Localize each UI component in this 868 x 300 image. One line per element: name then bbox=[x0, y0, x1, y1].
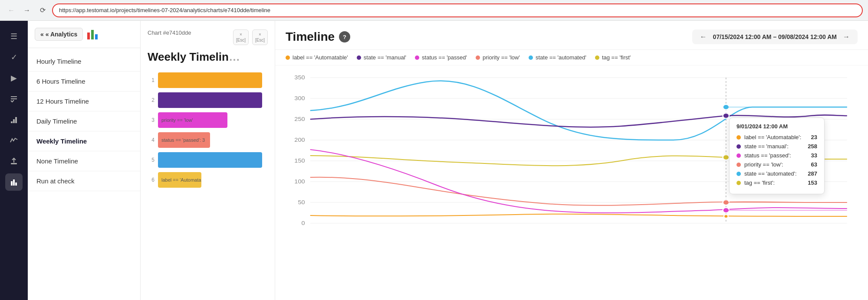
legend-item-automatable: label == 'Automatable' bbox=[286, 54, 348, 61]
sidebar-item-6hours-timeline[interactable]: 6 Hours Timeline bbox=[28, 72, 140, 91]
analytics-header: « « Analytics bbox=[28, 21, 140, 48]
date-next-button[interactable]: → bbox=[840, 32, 852, 42]
tooltip-label-manual: state == 'manual': bbox=[744, 143, 789, 150]
main-content: Timeline ? ← 07/15/2024 12:00 AM – 09/08… bbox=[275, 21, 868, 300]
chart-bar-4: status == 'passed': 3 bbox=[158, 132, 210, 148]
tooltip-row-passed: status == 'passed': 33 bbox=[736, 152, 817, 159]
check-icon[interactable]: ✓ bbox=[5, 49, 23, 66]
date-prev-button[interactable]: ← bbox=[697, 32, 710, 42]
svg-text:50: 50 bbox=[298, 199, 305, 205]
tooltip-dot-manual bbox=[736, 144, 741, 149]
chart-close-button-1[interactable]: × [Esc] bbox=[233, 29, 249, 45]
legend-label-manual: state == 'manual' bbox=[364, 54, 406, 61]
svg-point-31 bbox=[723, 155, 730, 160]
tooltip-val-passed: 33 bbox=[811, 152, 817, 159]
tooltip-label-low: priority == 'low': bbox=[744, 161, 783, 168]
svg-point-30 bbox=[723, 113, 730, 118]
legend-item-automated: state == 'automated' bbox=[529, 54, 586, 61]
legend-item-low: priority == 'low' bbox=[476, 54, 520, 61]
legend-label-first: tag == 'first' bbox=[602, 54, 631, 61]
tooltip-val-first: 153 bbox=[808, 179, 817, 186]
help-icon[interactable]: ? bbox=[339, 31, 350, 42]
sidebar-icons: ☰ ✓ ▶ bbox=[0, 21, 28, 300]
list-check-icon[interactable] bbox=[5, 90, 23, 108]
svg-text:200: 200 bbox=[294, 137, 305, 143]
legend-item-first: tag == 'first' bbox=[595, 54, 631, 61]
play-icon[interactable]: ▶ bbox=[5, 69, 23, 87]
chart-bar-row-1: 1 bbox=[148, 72, 268, 88]
back-arrow-icon: « bbox=[40, 31, 44, 38]
svg-rect-4 bbox=[15, 117, 17, 123]
svg-text:300: 300 bbox=[294, 95, 305, 101]
chart-bar-row-2: 2 bbox=[148, 92, 268, 108]
tooltip-val-automated: 287 bbox=[808, 170, 817, 177]
sidebar-item-daily-timeline[interactable]: Daily Timeline bbox=[28, 111, 140, 131]
chart-area: 350 300 250 200 150 100 50 0 bbox=[275, 65, 868, 300]
address-bar[interactable] bbox=[52, 3, 863, 17]
sidebar-item-hourly-timeline[interactable]: Hourly Timeline bbox=[28, 52, 140, 72]
close-x2-icon: × bbox=[259, 32, 261, 37]
app-container: ☰ ✓ ▶ bbox=[0, 21, 868, 300]
svg-text:250: 250 bbox=[294, 116, 305, 122]
hamburger-menu-icon[interactable]: ☰ bbox=[5, 28, 23, 45]
analytics-chart-icon bbox=[86, 28, 99, 40]
timeline-title: Timeline bbox=[286, 30, 335, 44]
tooltip-dot-automated bbox=[736, 172, 741, 176]
tooltip-label-automated: state == 'automated': bbox=[744, 170, 797, 177]
chart-panel-header: Chart #e7410dde × [Esc] × [Esc] bbox=[141, 21, 275, 50]
legend-label-automatable: label == 'Automatable' bbox=[293, 54, 348, 61]
chart-panel-big-title: Weekly Timelin… bbox=[141, 50, 275, 69]
legend-label-automated: state == 'automated' bbox=[536, 54, 586, 61]
chart-bar-6: label == 'Automatable': 2 bbox=[158, 172, 201, 188]
chart-close-button-2[interactable]: × [Esc] bbox=[252, 29, 268, 45]
chart-bar-3: priority == 'low' bbox=[158, 112, 227, 128]
date-range-text: 07/15/2024 12:00 AM – 09/08/2024 12:00 A… bbox=[713, 33, 837, 40]
chart-activity-icon[interactable] bbox=[5, 132, 23, 149]
sidebar-item-none-timeline[interactable]: None Timeline bbox=[28, 151, 140, 171]
back-button[interactable]: ← bbox=[5, 4, 17, 16]
sidebar-item-weekly-timeline[interactable]: Weekly Timeline bbox=[28, 131, 140, 151]
svg-rect-2 bbox=[11, 121, 13, 123]
svg-text:150: 150 bbox=[294, 158, 305, 163]
analytics-nav-list: Hourly Timeline 6 Hours Timeline 12 Hour… bbox=[28, 48, 140, 300]
tooltip-val-automatable: 23 bbox=[811, 134, 817, 140]
tooltip-val-manual: 258 bbox=[808, 143, 817, 150]
bar-chart-icon[interactable] bbox=[5, 173, 23, 191]
legend-dot-manual bbox=[357, 55, 361, 60]
tooltip-row-automated: state == 'automated': 287 bbox=[736, 170, 817, 177]
forward-button[interactable]: → bbox=[21, 4, 33, 16]
browser-bar: ← → ⟳ bbox=[0, 0, 868, 21]
tooltip-dot-low bbox=[736, 163, 741, 167]
tooltip-label-automatable: label == 'Automatable': bbox=[744, 134, 801, 140]
export-icon[interactable] bbox=[5, 153, 23, 170]
chart-tooltip: 9/01/2024 12:00 AM label == 'Automatable… bbox=[729, 117, 825, 194]
chart-bar-1 bbox=[158, 72, 262, 88]
chart-bar-5 bbox=[158, 152, 262, 168]
svg-rect-5 bbox=[11, 163, 17, 164]
svg-point-34 bbox=[724, 215, 728, 218]
chart-bar-row-5: 5 bbox=[148, 152, 268, 168]
chart-panel: Chart #e7410dde × [Esc] × [Esc] Weekly T… bbox=[141, 21, 275, 300]
legend-item-manual: state == 'manual' bbox=[357, 54, 406, 61]
legend-dot-first bbox=[595, 55, 599, 60]
analytics-back-button[interactable]: « « Analytics bbox=[35, 28, 83, 41]
tooltip-dot-automatable bbox=[736, 135, 741, 140]
svg-text:100: 100 bbox=[294, 179, 305, 184]
tooltip-row-automatable: label == 'Automatable': 23 bbox=[736, 134, 817, 140]
svg-rect-9 bbox=[87, 33, 90, 39]
legend-dot-automated bbox=[529, 55, 533, 60]
chart-bar-row-6: 6 label == 'Automatable': 2 bbox=[148, 172, 268, 188]
analytics-panel: « « Analytics Hourly Timeline 6 Hours Ti… bbox=[28, 21, 141, 300]
reload-button[interactable]: ⟳ bbox=[36, 4, 49, 16]
steps-icon[interactable] bbox=[5, 111, 23, 128]
svg-rect-8 bbox=[15, 183, 17, 186]
tooltip-dot-passed bbox=[736, 153, 741, 158]
chart-bar-row-3: 3 priority == 'low' bbox=[148, 112, 268, 128]
tooltip-row-first: tag == 'first': 153 bbox=[736, 179, 817, 186]
sidebar-item-run-at-check[interactable]: Run at check bbox=[28, 171, 140, 191]
svg-rect-6 bbox=[11, 181, 13, 186]
sidebar-item-12hours-timeline[interactable]: 12 Hours Timeline bbox=[28, 91, 140, 111]
tooltip-dot-first bbox=[736, 181, 741, 185]
legend-dot-passed bbox=[415, 55, 419, 60]
tooltip-date: 9/01/2024 12:00 AM bbox=[736, 123, 817, 130]
